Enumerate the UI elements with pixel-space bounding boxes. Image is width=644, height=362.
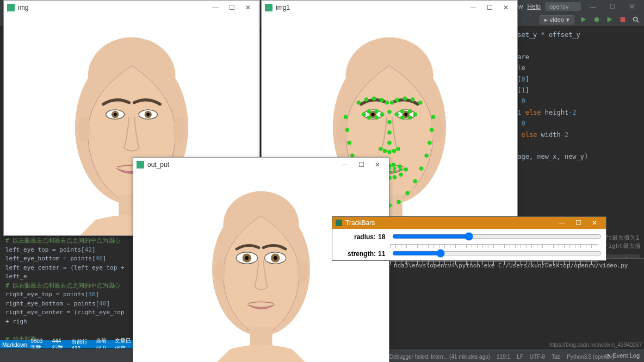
- run-output[interactable]: nda3\envs\opencv4\python.exe C:/Users/ku…: [389, 258, 644, 347]
- strength-value: 11: [378, 250, 389, 258]
- trackbar-radius: radius: 18: [338, 231, 600, 243]
- ide-minimize-icon[interactable]: —: [585, 1, 600, 12]
- run-icon[interactable]: [580, 16, 587, 23]
- rerun-icon[interactable]: [606, 16, 614, 23]
- stop-icon[interactable]: [619, 16, 627, 23]
- window-trackbars[interactable]: TrackBars — ☐ ✕ radius: 18 strength: 11: [332, 216, 606, 261]
- close-icon[interactable]: ✕: [498, 4, 514, 11]
- minimize-icon[interactable]: —: [207, 4, 224, 11]
- close-icon[interactable]: ✕: [586, 219, 603, 227]
- close-icon[interactable]: ✕: [240, 4, 256, 11]
- window-title: img1: [276, 4, 290, 11]
- window-title: out_put: [147, 161, 169, 168]
- maximize-icon[interactable]: ☐: [224, 4, 240, 11]
- trackbar-strength: strength: 11: [338, 248, 600, 260]
- ide-close-icon[interactable]: ✕: [624, 1, 640, 12]
- window-icon: [137, 161, 144, 168]
- maximize-icon[interactable]: ☐: [353, 161, 369, 168]
- search-icon[interactable]: [632, 16, 640, 23]
- close-icon[interactable]: ✕: [369, 161, 386, 168]
- window-title: img: [18, 4, 28, 11]
- svg-rect-1: [621, 17, 626, 22]
- side-comment: ft最大值为1 right最大值: [605, 234, 641, 250]
- titlebar-img1[interactable]: img1 — ☐ ✕: [262, 1, 517, 15]
- svg-point-2: [634, 17, 637, 21]
- svg-line-3: [637, 21, 639, 23]
- strength-label: strength:: [338, 250, 376, 258]
- titlebar-trackbars[interactable]: TrackBars — ☐ ✕: [332, 217, 606, 229]
- titlebar-output[interactable]: out_put — ☐ ✕: [133, 158, 389, 172]
- minimize-icon[interactable]: —: [337, 161, 353, 168]
- window-icon: [336, 220, 342, 226]
- window-icon: [7, 4, 15, 11]
- strength-slider[interactable]: [392, 249, 602, 258]
- svg-point-0: [595, 17, 599, 22]
- run-config-select[interactable]: ▸ video ▾: [540, 15, 574, 24]
- menu-item-view[interactable]: w: [518, 3, 523, 10]
- minimize-icon[interactable]: —: [554, 219, 570, 227]
- window-icon: [265, 4, 273, 11]
- watermark: https://blog.csdn.net/weixin_43940267: [549, 342, 642, 348]
- ide-search-box[interactable]: opencv: [545, 2, 581, 11]
- maximize-icon[interactable]: ☐: [481, 4, 498, 11]
- ide-maximize-icon[interactable]: ☐: [605, 1, 620, 12]
- window-title: TrackBars: [345, 219, 375, 227]
- radius-slider[interactable]: [392, 232, 602, 241]
- radius-label: radius:: [338, 233, 376, 241]
- titlebar-img[interactable]: img — ☐ ✕: [4, 1, 259, 15]
- radius-value: 18: [378, 233, 389, 241]
- maximize-icon[interactable]: ☐: [570, 219, 586, 227]
- run-config-label: video: [550, 16, 564, 23]
- status-details: Debugger failed: Interr... (41 minutes a…: [389, 354, 614, 360]
- debug-icon[interactable]: [593, 16, 600, 23]
- menu-item-help[interactable]: Help: [527, 3, 541, 10]
- markdown-statusbar: Markdown 9803 字数 444 行数 当前行 432, 当前列 0 文…: [0, 340, 137, 349]
- trackbars-body: radius: 18 strength: 11: [332, 229, 606, 269]
- minimize-icon[interactable]: —: [465, 4, 481, 11]
